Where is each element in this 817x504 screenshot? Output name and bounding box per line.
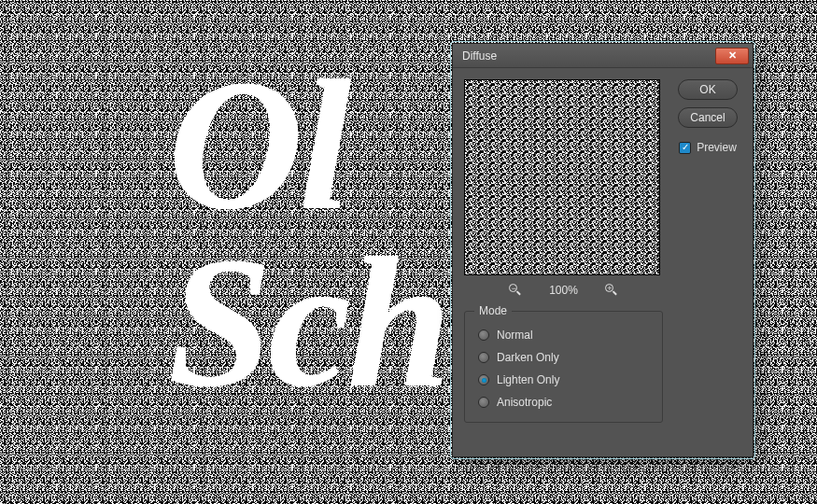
- zoom-in-button[interactable]: +: [604, 283, 619, 298]
- ok-button[interactable]: OK: [678, 79, 738, 100]
- radio-icon: [478, 352, 489, 363]
- mode-option-darken[interactable]: Darken Only: [478, 351, 649, 364]
- checkbox-icon: ✓: [679, 142, 691, 154]
- mode-option-label: Darken Only: [497, 351, 559, 364]
- preview-checkbox-label: Preview: [697, 141, 737, 154]
- dialog-title: Diffuse: [462, 49, 715, 63]
- dialog-titlebar[interactable]: Diffuse ✕: [453, 44, 753, 68]
- mode-legend: Mode: [474, 304, 512, 317]
- close-icon: ✕: [728, 49, 737, 62]
- cancel-button[interactable]: Cancel: [678, 107, 738, 128]
- filter-preview[interactable]: [464, 79, 660, 275]
- zoom-out-button[interactable]: −: [508, 283, 523, 298]
- zoom-level: 100%: [549, 284, 578, 297]
- radio-icon: [478, 397, 489, 408]
- radio-icon: [478, 374, 489, 385]
- diffuse-dialog: Diffuse ✕ − 100% + Mode Normal: [452, 43, 754, 457]
- radio-icon: [478, 329, 489, 341]
- mode-option-anisotropic[interactable]: Anisotropic: [478, 396, 649, 409]
- preview-checkbox[interactable]: ✓ Preview: [679, 141, 737, 154]
- mode-option-label: Normal: [497, 329, 533, 342]
- canvas-text: Ol Sch: [168, 56, 447, 411]
- mode-option-label: Anisotropic: [497, 396, 552, 409]
- mode-option-normal[interactable]: Normal: [478, 329, 649, 342]
- close-button[interactable]: ✕: [715, 48, 749, 64]
- mode-group: Mode Normal Darken Only Lighten Only Ani…: [464, 311, 663, 423]
- mode-option-lighten[interactable]: Lighten Only: [478, 373, 649, 386]
- mode-option-label: Lighten Only: [497, 373, 559, 386]
